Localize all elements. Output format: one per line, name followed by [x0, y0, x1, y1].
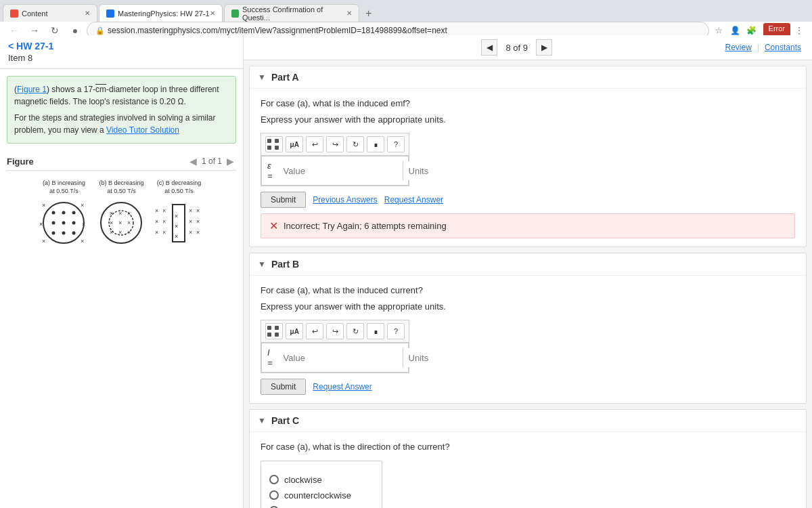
svg-text:×: × — [189, 218, 192, 225]
info-text: (Figure 1) shows a 17-cm-diameter loop i… — [14, 83, 229, 108]
radio-no-current[interactable]: no current — [269, 506, 374, 509]
radio-btn-cw[interactable] — [269, 475, 279, 484]
svg-point-7 — [52, 232, 55, 235]
new-tab-button[interactable]: + — [361, 5, 377, 22]
keyboard-btn-b[interactable]: ∎ — [367, 323, 384, 339]
refresh-btn-b[interactable]: ↻ — [346, 323, 364, 339]
part-a-answer-label: ε = — [267, 161, 273, 181]
svg-text:×: × — [42, 202, 45, 209]
figure-link[interactable]: Figure 1 — [17, 85, 47, 94]
svg-text:×: × — [175, 213, 178, 219]
part-b-submit-btn[interactable]: Submit — [261, 379, 306, 395]
svg-text:×: × — [189, 229, 192, 236]
svg-text:×: × — [110, 219, 113, 226]
svg-text:×: × — [110, 229, 113, 236]
svg-text:×: × — [189, 207, 192, 214]
radio-btn-ccw[interactable] — [269, 490, 279, 500]
part-a-collapse[interactable]: ▼ — [258, 72, 266, 82]
part-b-value-input[interactable] — [278, 348, 403, 367]
part-b-answer-label: I = — [267, 347, 273, 368]
hw-back-link[interactable]: < HW 27-1 — [8, 41, 235, 51]
svg-text:×: × — [155, 218, 158, 225]
svg-point-3 — [72, 211, 76, 215]
help-btn-b[interactable]: ? — [387, 323, 405, 339]
svg-point-1 — [52, 211, 55, 215]
undo-btn-a[interactable]: ↩ — [306, 136, 323, 152]
figure-next-btn[interactable]: ▶ — [225, 156, 236, 167]
part-c-body: For case (a), what is the direction of t… — [250, 432, 806, 508]
tab-success[interactable]: Success Confirmation of Questi... ✕ — [224, 4, 359, 22]
part-a-question2: Express your answer with the appropriate… — [261, 113, 795, 127]
keyboard-btn-a[interactable]: ∎ — [367, 136, 384, 152]
part-a-value-input[interactable] — [278, 161, 403, 180]
review-link[interactable]: Review — [725, 43, 751, 52]
svg-point-8 — [62, 232, 66, 235]
video-tutor-text: For the steps and strategies involved in… — [14, 112, 229, 136]
hw-header: < HW 27-1 Item 8 — [0, 35, 243, 69]
radio-label-ccw: counterclockwise — [284, 490, 351, 501]
part-a-submit-btn[interactable]: Submit — [261, 192, 306, 208]
svg-text:×: × — [118, 210, 122, 217]
part-a-body: For case (a), what is the induced emf? E… — [250, 89, 806, 247]
part-a-units-input[interactable] — [403, 161, 457, 180]
part-a-question1: For case (a), what is the induced emf? — [261, 97, 795, 110]
tab-close-1[interactable]: ✕ — [85, 9, 90, 17]
radio-counterclockwise[interactable]: counterclockwise — [269, 490, 374, 501]
svg-text:×: × — [127, 219, 131, 226]
svg-text:×: × — [162, 207, 166, 214]
svg-point-9 — [72, 232, 76, 235]
case-b-label: (b) B decreasingat 0.50 T/s — [99, 179, 143, 195]
part-a-feedback-text: Incorrect; Try Again; 6 attempts remaini… — [284, 221, 447, 231]
radio-clockwise[interactable]: clockwise — [269, 475, 374, 485]
part-b-units-input[interactable] — [403, 348, 457, 367]
redo-btn-a[interactable]: ↪ — [326, 136, 344, 152]
tab-close-2[interactable]: ✕ — [210, 9, 215, 17]
part-b-request-answer-link[interactable]: Request Answer — [313, 382, 371, 391]
svg-text:×: × — [127, 210, 131, 217]
case-a-label: (a) B increasingat 0.50 T/s — [43, 179, 85, 195]
units-btn-b[interactable]: μA — [286, 323, 303, 339]
part-c-question1: For case (a), what is the direction of t… — [261, 440, 795, 454]
svg-text:×: × — [42, 238, 45, 245]
main-container: < HW 27-1 Item 8 (Figure 1) shows a 17-c… — [0, 35, 812, 508]
error-icon: ✕ — [269, 219, 278, 232]
case-a-diagram: × × × × × × — [39, 198, 89, 249]
part-c-collapse[interactable]: ▼ — [258, 416, 266, 425]
part-a-request-answer-link[interactable]: Request Answer — [384, 195, 443, 205]
tab-mastering[interactable]: MasteringPhysics: HW 27-1 ✕ — [99, 4, 223, 22]
prev-item-btn[interactable]: ◀ — [481, 39, 497, 56]
page-indicator: 8 of 9 — [500, 43, 533, 53]
redo-btn-b[interactable]: ↪ — [326, 323, 344, 339]
video-tutor-link[interactable]: Video Tutor Solution — [106, 125, 179, 135]
svg-text:×: × — [196, 229, 200, 236]
part-a-prev-answers-link[interactable]: Previous Answers — [313, 195, 377, 205]
svg-text:×: × — [155, 207, 158, 214]
refresh-btn-a[interactable]: ↻ — [346, 136, 364, 152]
tab-content[interactable]: Content ✕ — [3, 4, 97, 22]
matrix-btn-a[interactable] — [265, 136, 283, 152]
svg-point-2 — [62, 211, 66, 215]
review-constants-links: Review | Constants — [725, 43, 801, 52]
case-c-label: (c) B decreasingat 0.50 T/s — [157, 179, 202, 195]
figure-case-b: (b) B decreasingat 0.50 T/s × × × × × — [96, 179, 147, 249]
tab-close-3[interactable]: ✕ — [346, 9, 352, 17]
figure-prev-btn[interactable]: ◀ — [187, 156, 199, 167]
figure-diagrams: (a) B increasingat 0.50 T/s — [7, 176, 236, 252]
part-c-header: ▼ Part C — [250, 410, 806, 432]
next-item-btn[interactable]: ▶ — [536, 39, 552, 56]
item-label: Item 8 — [8, 53, 235, 63]
figure-page: 1 of 1 — [202, 156, 222, 166]
part-b-answer-row: I = — [261, 343, 409, 373]
part-b-collapse[interactable]: ▼ — [258, 259, 266, 269]
constants-link[interactable]: Constants — [765, 43, 801, 52]
tab-label-3: Success Confirmation of Questi... — [242, 5, 346, 22]
units-btn-a[interactable]: μA — [286, 136, 303, 152]
part-b-section: ▼ Part B For case (a), what is the induc… — [249, 253, 807, 404]
matrix-btn-b[interactable] — [265, 323, 283, 339]
svg-text:×: × — [175, 233, 178, 240]
help-btn-a[interactable]: ? — [387, 136, 405, 152]
part-c-options-box: clockwise counterclockwise no current — [261, 461, 382, 509]
undo-btn-b[interactable]: ↩ — [306, 323, 323, 339]
radio-label-cw: clockwise — [284, 475, 322, 485]
svg-text:×: × — [81, 238, 84, 245]
